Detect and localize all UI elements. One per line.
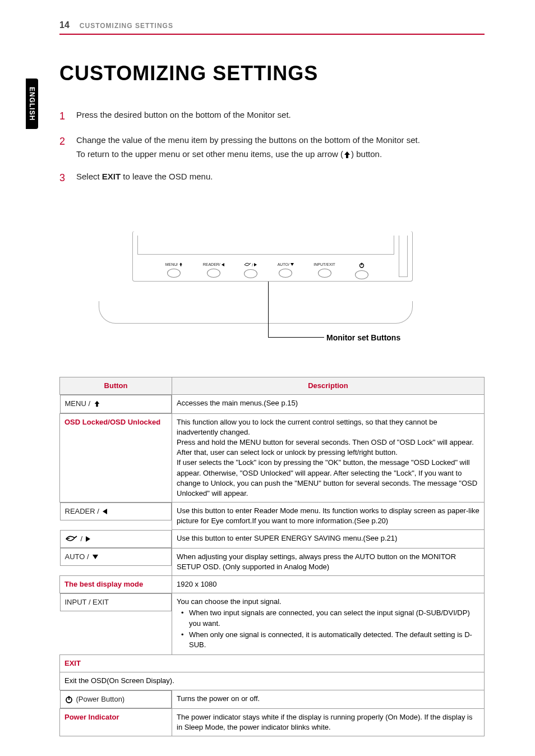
main-title: CUSTOMIZING SETTINGS [59,62,485,85]
triangle-left-icon [103,509,107,514]
list-item: When two input signals are connected, yo… [181,608,479,628]
header-description: Description [172,377,485,395]
button-shape [207,269,220,278]
bezel-inner [137,236,394,255]
header-button: Button [60,377,172,395]
button-shape [318,269,331,278]
bezel-side [399,236,408,277]
leaf-icon [245,262,251,267]
best-mode-label: The best display mode [60,576,172,593]
steps-list: 1 Press the desired button on the bottom… [59,108,485,186]
table-row: Exit the OSD(On Screen Display). [60,672,485,690]
table-row: AUTO / When adjusting your display setti… [60,548,485,575]
table-row: OSD Locked/OSD Unlocked This function al… [60,413,485,503]
power-indicator-desc: The power indicator stays white if the d… [172,708,485,736]
up-arrow-icon [179,262,183,266]
table-row: READER / Use this button to enter Reader… [60,503,485,530]
step-text: Change the value of the menu item by pre… [76,133,485,162]
step2-line2b: ) button. [351,149,382,159]
up-arrow-icon [343,151,351,159]
page-header: 14 CUSTOMIZING SETTINGS [59,20,485,35]
step-2: 2 Change the value of the menu item by p… [59,133,485,162]
power-button-figure [355,262,368,279]
table-row: The best display mode 1920 x 1080 [60,576,485,593]
button-shape [167,269,181,278]
step-number: 2 [59,133,68,162]
callout-line [268,282,269,338]
header-section: CUSTOMIZING SETTINGS [80,22,173,30]
button-description-table: Button Description MENU / Accesses the m… [59,377,485,736]
monitor-outline [99,301,413,324]
triangle-right-icon [86,536,90,542]
step-text: Select EXIT to leave the OSD menu. [76,169,485,187]
page-content: CUSTOMIZING SETTINGS 1 Press the desired… [59,62,485,736]
input-intro: You can choose the input signal. [177,597,282,606]
osd-lock-desc: This function allow you to lock the curr… [172,413,485,503]
menu-row-label: MENU / [60,395,172,413]
table-header-row: Button Description [60,377,485,395]
up-arrow-icon [94,400,100,407]
reader-button-figure: READER/ [203,262,224,279]
callout-label: Monitor set Buttons [326,333,400,342]
best-mode-value: 1920 x 1080 [172,576,485,593]
table-row: (Power Button) Turns the power on or off… [60,690,485,708]
eco-button-figure: / [244,262,257,279]
step-3: 3 Select EXIT to leave the OSD menu. [59,169,485,187]
monitor-figure: MENU/ READER/ / AUTO/ INPUT/EXIT [59,209,485,354]
monitor-bezel: MENU/ READER/ / AUTO/ INPUT/EXIT [132,231,413,282]
menu-button-label: MENU/ [165,262,183,266]
list-item: When only one signal is connected, it is… [181,630,479,650]
input-button-figure: INPUT/EXIT [313,262,335,279]
triangle-down-icon [290,263,294,266]
button-shape [244,269,257,278]
power-desc1: Turns the power on or off. [172,690,485,708]
button-shape [279,269,292,278]
power-indicator-label: Power Indicator [60,708,172,736]
reader-desc: Use this button to enter Reader Mode men… [172,503,485,530]
language-tab: ENGLISH [26,79,38,129]
step-1: 1 Press the desired button on the bottom… [59,108,485,125]
button-shape [355,270,368,279]
step-number: 1 [59,108,68,125]
auto-desc: When adjusting your display settings, al… [172,548,485,575]
step-text: Press the desired button on the bottom o… [76,108,485,125]
step3-bold: EXIT [102,172,121,181]
svg-line-3 [75,536,77,538]
power-button-label [359,262,365,268]
menu-desc1: Accesses the main menus.(See p.15) [172,395,485,413]
callout-line-h [268,337,324,338]
input-row-label: INPUT / EXIT [60,593,172,611]
auto-button-label: AUTO/ [278,262,294,266]
auto-button-figure: AUTO/ [278,262,294,279]
table-row: EXIT [60,655,485,672]
leaf-icon [65,535,77,543]
table-row: MENU / Accesses the main menus.(See p.15… [60,395,485,413]
triangle-down-icon [93,555,98,559]
auto-row-label: AUTO / [60,548,172,566]
monitor-buttons-row: MENU/ READER/ / AUTO/ INPUT/EXIT [155,262,379,279]
input-bullets: When two input signals are connected, yo… [177,608,479,650]
exit-label: EXIT [60,655,485,672]
step2-line1: Change the value of the menu item by pre… [76,135,420,145]
power-icon [359,262,365,268]
eco-row-label: / [60,530,172,548]
table-row: INPUT / EXIT You can choose the input si… [60,593,485,655]
triangle-right-icon [254,263,257,266]
step3-prefix: Select [76,172,102,181]
eco-desc: Use this button to enter SUPER ENERGY SA… [172,530,485,548]
menu-button-figure: MENU/ [165,262,183,279]
power-row-label: (Power Button) [60,690,172,708]
table-row: Power Indicator The power indicator stay… [60,708,485,736]
reader-row-label: READER / [60,503,172,520]
exit-desc: Exit the OSD(On Screen Display). [60,672,485,690]
svg-line-0 [250,263,251,264]
page-number: 14 [59,20,70,30]
table-row: / Use this button to enter SUPER ENERGY … [60,530,485,548]
step3-suffix: to leave the OSD menu. [121,172,213,181]
power-icon [65,695,73,703]
step-number: 3 [59,169,68,187]
osd-lock-label: OSD Locked/OSD Unlocked [60,413,172,503]
triangle-left-icon [222,263,224,266]
input-desc: You can choose the input signal. When tw… [172,593,485,655]
reader-button-label: READER/ [203,262,224,266]
